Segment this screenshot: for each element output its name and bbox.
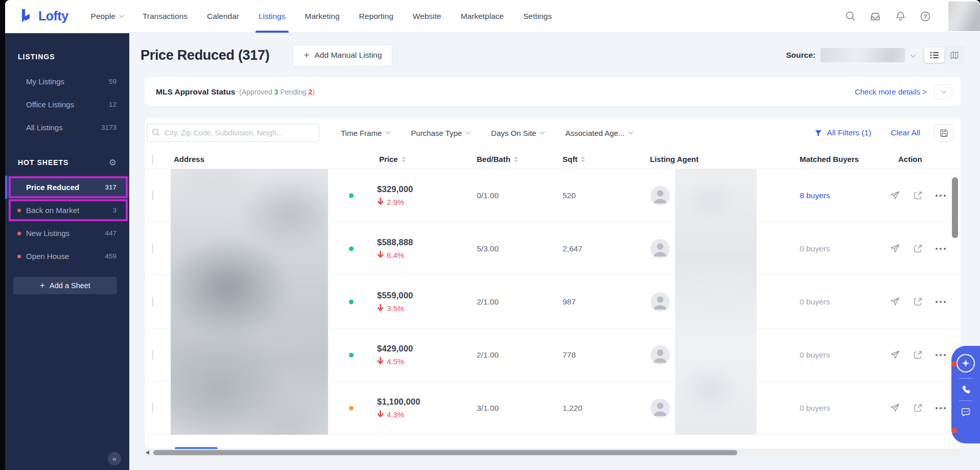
- listing-agent-cell: [645, 398, 794, 418]
- listing-agent-cell: [645, 345, 794, 365]
- agent-avatar[interactable]: [650, 345, 670, 365]
- avatar[interactable]: [948, 2, 980, 31]
- send-icon[interactable]: [890, 296, 900, 307]
- row-checkbox[interactable]: [152, 297, 153, 307]
- save-filter-button[interactable]: [935, 124, 953, 142]
- open-listing-icon[interactable]: [913, 243, 923, 254]
- select-all-checkbox[interactable]: [152, 154, 153, 164]
- nav-tab-settings[interactable]: Settings: [523, 0, 552, 33]
- nav-tab-label: Listings: [259, 12, 286, 21]
- unread-dot: [17, 208, 21, 212]
- nav-tab-transactions[interactable]: Transactions: [143, 0, 188, 33]
- column-header-action: Action: [885, 155, 961, 163]
- column-header-matched-buyers: Matched Buyers: [794, 155, 885, 163]
- send-icon[interactable]: [890, 190, 900, 201]
- row-checkbox[interactable]: [152, 350, 153, 360]
- nav-tab-calendar[interactable]: Calendar: [207, 0, 239, 33]
- sort-toggle[interactable]: [514, 156, 518, 162]
- page-header: Price Reduced (317) + Add Manual Listing…: [141, 44, 966, 66]
- open-listing-icon[interactable]: [913, 190, 923, 201]
- nav-tab-marketplace[interactable]: Marketplace: [461, 0, 504, 33]
- scrollbar-thumb[interactable]: [952, 177, 958, 238]
- section-title-label: HOT SHEETS: [18, 158, 68, 167]
- nav-tab-website[interactable]: Website: [413, 0, 441, 33]
- nav-tab-label: Marketing: [305, 12, 340, 21]
- listing-agent-cell: [645, 186, 794, 205]
- filter-dropdowns: Time FramePurchase TypeDays On SiteAssoc…: [319, 129, 632, 137]
- more-ellipsis-icon[interactable]: [936, 248, 946, 250]
- help-icon[interactable]: ?: [919, 10, 931, 22]
- matched-buyers-cell: 0 buyers: [794, 244, 885, 253]
- filter-dropdown-days-on-site[interactable]: Days On Site: [491, 129, 544, 137]
- source-dropdown[interactable]: [821, 48, 905, 62]
- sort-toggle[interactable]: [581, 156, 585, 162]
- sidebar-item-open-house[interactable]: Open House459: [5, 245, 129, 268]
- more-ellipsis-icon[interactable]: [936, 407, 946, 409]
- nav-tab-label: Marketplace: [461, 12, 504, 21]
- add-a-sheet-button[interactable]: + Add a Sheet: [13, 277, 117, 294]
- search-input[interactable]: [147, 124, 319, 142]
- send-icon[interactable]: [890, 349, 900, 360]
- chat-bubble-icon[interactable]: [960, 407, 971, 418]
- nav-tab-listings[interactable]: Listings: [259, 0, 286, 33]
- nav-tab-reporting[interactable]: Reporting: [359, 0, 393, 33]
- add-manual-listing-button[interactable]: + Add Manual Listing: [293, 44, 392, 66]
- horizontal-scrollbar[interactable]: [144, 449, 961, 456]
- filter-dropdown-time-frame[interactable]: Time Frame: [341, 129, 389, 137]
- price-drop-arrow-icon: [377, 251, 384, 260]
- gear-icon[interactable]: ⚙: [109, 157, 116, 168]
- scrollbar-thumb[interactable]: [153, 450, 737, 455]
- price-drop: 4.3%: [377, 410, 472, 419]
- sidebar-item-back-on-market[interactable]: Back on Market3: [5, 199, 129, 222]
- price-drop-arrow-icon: [377, 357, 384, 366]
- sidebar-item-count: 59: [109, 78, 116, 85]
- notifications-bell-icon[interactable]: [894, 10, 906, 22]
- clear-all-button[interactable]: Clear All: [891, 128, 920, 137]
- more-ellipsis-icon[interactable]: [936, 195, 946, 197]
- sidebar-item-price-reduced[interactable]: Price Reduced317: [5, 176, 129, 199]
- open-listing-icon[interactable]: [913, 349, 923, 360]
- sidebar-item-my-listings[interactable]: My Listings59: [5, 70, 129, 93]
- scroll-left-arrow[interactable]: [146, 451, 149, 455]
- row-checkbox[interactable]: [152, 403, 153, 413]
- matched-buyers-link[interactable]: 8 buyers: [800, 191, 830, 200]
- unread-dot: [17, 231, 21, 235]
- send-icon[interactable]: [890, 403, 900, 413]
- search-icon[interactable]: [844, 10, 856, 22]
- sidebar-section-title-listings: LISTINGS: [5, 48, 129, 66]
- mls-expand-button[interactable]: [934, 84, 952, 100]
- row-checkbox[interactable]: [152, 244, 153, 253]
- filter-dropdown-purchase-type[interactable]: Purchase Type: [411, 129, 470, 137]
- send-icon[interactable]: [890, 243, 900, 254]
- sidebar-item-all-listings[interactable]: All Listings3173: [5, 116, 129, 139]
- inbox-icon[interactable]: [869, 10, 881, 22]
- nav-tab-people[interactable]: People: [91, 0, 123, 33]
- open-listing-icon[interactable]: [913, 296, 923, 307]
- row-checkbox[interactable]: [152, 191, 153, 200]
- sidebar-collapse-button[interactable]: «: [108, 452, 121, 465]
- header-checkbox-cell: [145, 155, 169, 163]
- list-view-button[interactable]: [924, 48, 944, 63]
- open-listing-icon[interactable]: [913, 403, 923, 413]
- row-checkbox-cell: [145, 191, 169, 200]
- agent-avatar[interactable]: [650, 239, 670, 258]
- filter-dropdown-associated-age[interactable]: Associated Age...: [565, 129, 632, 137]
- agent-avatar[interactable]: [650, 186, 670, 205]
- ai-sparkle-icon[interactable]: [956, 354, 975, 372]
- more-ellipsis-icon[interactable]: [936, 354, 946, 356]
- lofty-logo[interactable]: Lofty: [18, 8, 68, 25]
- check-more-details-link[interactable]: Check more details >: [855, 87, 927, 96]
- table-rows: $329,0002.9%0/1.005208 buyers$588,8886.4…: [145, 169, 961, 435]
- sidebar-item-label: All Listings: [26, 123, 63, 132]
- phone-icon[interactable]: [961, 384, 971, 395]
- agent-avatar[interactable]: [650, 398, 670, 418]
- chevron-down-icon[interactable]: [911, 52, 916, 57]
- map-view-button[interactable]: [944, 48, 964, 63]
- nav-tab-marketing[interactable]: Marketing: [305, 0, 340, 33]
- more-ellipsis-icon[interactable]: [936, 301, 946, 303]
- sort-toggle[interactable]: [402, 156, 406, 162]
- all-filters-button[interactable]: All Filters (1): [814, 128, 871, 137]
- agent-avatar[interactable]: [650, 292, 670, 312]
- sidebar-item-new-listings[interactable]: New Listings447: [5, 222, 129, 245]
- sidebar-item-office-listings[interactable]: Office Listings12: [5, 93, 129, 116]
